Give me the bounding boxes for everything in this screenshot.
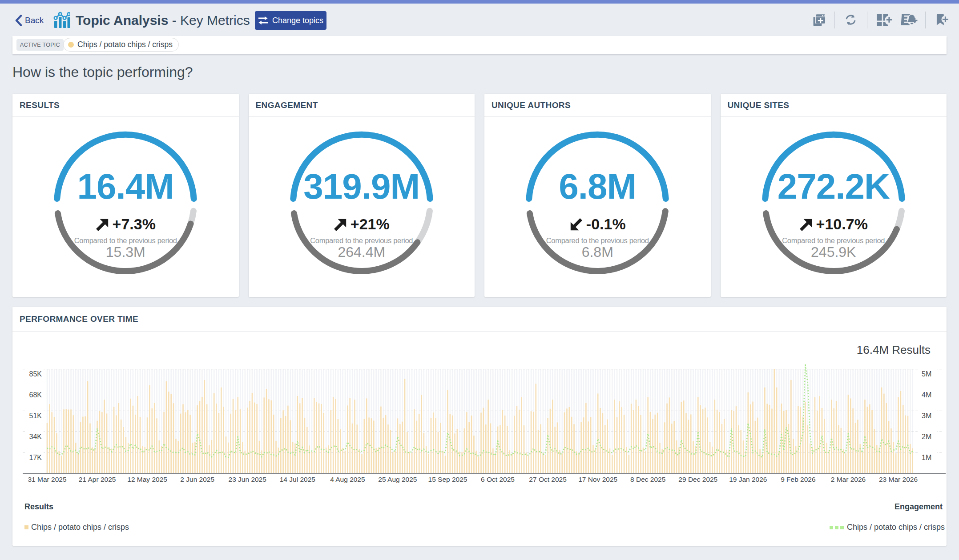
svg-text:14 Jul 2025: 14 Jul 2025 [280, 476, 315, 483]
svg-text:23 Jun 2025: 23 Jun 2025 [229, 476, 266, 483]
svg-text:23 Mar 2026: 23 Mar 2026 [879, 476, 918, 483]
svg-text:9 Feb 2026: 9 Feb 2026 [781, 476, 815, 483]
svg-text:2 Mar 2026: 2 Mar 2026 [831, 476, 866, 483]
svg-text:34K: 34K [29, 433, 42, 440]
svg-text:25 Aug 2025: 25 Aug 2025 [378, 476, 417, 483]
svg-text:51K: 51K [29, 412, 42, 420]
svg-text:1M: 1M [922, 454, 931, 461]
svg-text:29 Dec 2025: 29 Dec 2025 [678, 476, 717, 483]
svg-text:8 Dec 2025: 8 Dec 2025 [630, 476, 665, 483]
svg-text:17K: 17K [29, 454, 42, 461]
svg-text:12 May 2025: 12 May 2025 [127, 476, 167, 483]
svg-text:68K: 68K [29, 391, 42, 399]
svg-text:27 Oct 2025: 27 Oct 2025 [529, 476, 566, 483]
svg-text:4M: 4M [922, 391, 931, 399]
svg-text:31 Mar 2025: 31 Mar 2025 [28, 476, 66, 483]
svg-text:3M: 3M [922, 412, 931, 420]
svg-text:4 Aug 2025: 4 Aug 2025 [330, 476, 365, 483]
svg-text:6 Oct 2025: 6 Oct 2025 [481, 476, 515, 483]
svg-text:85K: 85K [29, 370, 42, 378]
svg-text:17 Nov 2025: 17 Nov 2025 [578, 476, 617, 483]
svg-text:16.4M Results: 16.4M Results [857, 343, 931, 356]
svg-text:2M: 2M [922, 433, 931, 440]
svg-text:19 Jan 2026: 19 Jan 2026 [729, 476, 767, 483]
svg-text:5M: 5M [922, 370, 931, 378]
svg-text:21 Apr 2025: 21 Apr 2025 [79, 476, 116, 483]
svg-text:15 Sep 2025: 15 Sep 2025 [428, 476, 467, 483]
svg-text:2 Jun 2025: 2 Jun 2025 [180, 476, 214, 483]
